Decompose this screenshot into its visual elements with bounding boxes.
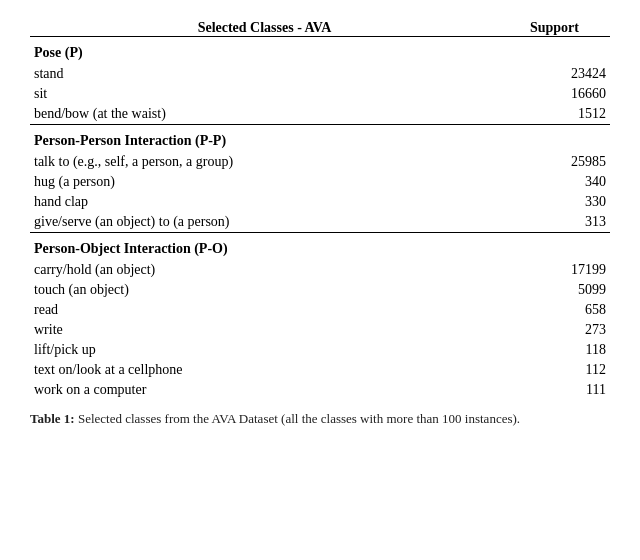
row-support-value: 17199 (499, 260, 610, 280)
row-class-name: hand clap (30, 192, 499, 212)
row-class-name: text on/look at a cellphone (30, 360, 499, 380)
table-row: give/serve (an object) to (a person)313 (30, 212, 610, 233)
table-row: hug (a person)340 (30, 172, 610, 192)
row-class-name: give/serve (an object) to (a person) (30, 212, 499, 233)
table-row: work on a computer111 (30, 380, 610, 400)
row-class-name: carry/hold (an object) (30, 260, 499, 280)
table-row: read658 (30, 300, 610, 320)
table-row: stand23424 (30, 64, 610, 84)
section-label-person-object: Person-Object Interaction (P-O) (30, 233, 610, 261)
row-class-name: write (30, 320, 499, 340)
table-caption: Table 1: Selected classes from the AVA D… (30, 410, 610, 428)
col-support-header: Support (499, 20, 610, 37)
row-support-value: 23424 (499, 64, 610, 84)
row-class-name: sit (30, 84, 499, 104)
row-class-name: lift/pick up (30, 340, 499, 360)
section-header-pose: Pose (P) (30, 37, 610, 65)
col-classes-header: Selected Classes - AVA (30, 20, 499, 37)
row-class-name: touch (an object) (30, 280, 499, 300)
row-support-value: 313 (499, 212, 610, 233)
row-support-value: 1512 (499, 104, 610, 125)
row-class-name: stand (30, 64, 499, 84)
section-header-person-object: Person-Object Interaction (P-O) (30, 233, 610, 261)
row-class-name: work on a computer (30, 380, 499, 400)
table-row: talk to (e.g., self, a person, a group)2… (30, 152, 610, 172)
table-row: carry/hold (an object)17199 (30, 260, 610, 280)
row-support-value: 273 (499, 320, 610, 340)
table-row: touch (an object)5099 (30, 280, 610, 300)
table-row: write273 (30, 320, 610, 340)
row-support-value: 16660 (499, 84, 610, 104)
row-class-name: read (30, 300, 499, 320)
ava-classes-table: Selected Classes - AVA Support Pose (P)s… (30, 20, 610, 400)
table-row: text on/look at a cellphone112 (30, 360, 610, 380)
section-header-person-person: Person-Person Interaction (P-P) (30, 125, 610, 153)
caption-label: Table 1: (30, 411, 75, 426)
table-row: bend/bow (at the waist)1512 (30, 104, 610, 125)
row-support-value: 111 (499, 380, 610, 400)
row-support-value: 25985 (499, 152, 610, 172)
section-label-pose: Pose (P) (30, 37, 610, 65)
caption-text: Selected classes from the AVA Dataset (a… (78, 411, 520, 426)
row-support-value: 5099 (499, 280, 610, 300)
section-label-person-person: Person-Person Interaction (P-P) (30, 125, 610, 153)
row-support-value: 340 (499, 172, 610, 192)
row-class-name: bend/bow (at the waist) (30, 104, 499, 125)
table-row: sit16660 (30, 84, 610, 104)
table-row: lift/pick up118 (30, 340, 610, 360)
row-support-value: 112 (499, 360, 610, 380)
row-support-value: 330 (499, 192, 610, 212)
table-row: hand clap330 (30, 192, 610, 212)
row-support-value: 658 (499, 300, 610, 320)
row-class-name: talk to (e.g., self, a person, a group) (30, 152, 499, 172)
row-class-name: hug (a person) (30, 172, 499, 192)
row-support-value: 118 (499, 340, 610, 360)
